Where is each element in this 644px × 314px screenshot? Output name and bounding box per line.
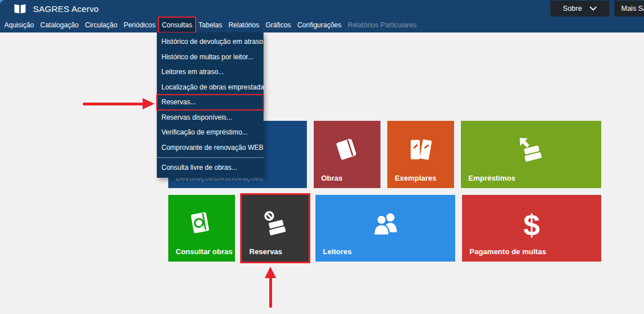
- tile-label: Empréstimos: [468, 174, 515, 182]
- dropdown-separator: [157, 157, 264, 158]
- menu-item-consultas[interactable]: Consultas: [159, 17, 195, 32]
- dollar-icon: $: [524, 210, 540, 239]
- dropdown-item-comprovante-renovacao[interactable]: Comprovante de renovação WEB...: [157, 140, 264, 156]
- tile-label: Pagamento de multas: [469, 247, 546, 256]
- menubar: Aquisição Catalogação Circulação Periódi…: [0, 17, 644, 32]
- tile-label: Reservas: [249, 247, 282, 256]
- tile-label: Leitores: [323, 247, 352, 256]
- app-window: SAGRES Acervo Sobre Mais SAG Aquisição C…: [0, 0, 644, 314]
- tile-emprestimos[interactable]: Empréstimos: [461, 121, 601, 188]
- dropdown-item-historico-devolucao[interactable]: Histórico de devolução em atraso...: [157, 34, 264, 50]
- menu-item-graficos[interactable]: Gráficos: [262, 17, 294, 32]
- tile-consultar-obras[interactable]: Consultar obras: [168, 195, 235, 262]
- menu-item-catalogacao[interactable]: Catalogação: [37, 17, 82, 32]
- book-blocked-icon: [260, 208, 291, 241]
- sobre-label: Sobre: [563, 5, 582, 13]
- menu-item-tabelas[interactable]: Tabelas: [196, 17, 225, 32]
- annotation-arrow-right: [83, 98, 155, 110]
- dropdown-item-reservas[interactable]: Reservas...: [157, 95, 264, 110]
- books-icon: [407, 136, 435, 166]
- tile-exemplares[interactable]: Exemplares: [387, 121, 454, 188]
- tile-label: Obras: [321, 174, 343, 182]
- tile-reservas[interactable]: Reservas: [242, 195, 309, 262]
- mais-label: Mais SAG: [621, 5, 644, 13]
- titlebar: SAGRES Acervo Sobre Mais SAG: [0, 0, 644, 17]
- menu-item-configuracoes[interactable]: Configurações: [294, 17, 345, 32]
- tile-pagamento-multas[interactable]: $ Pagamento de multas: [462, 195, 601, 262]
- menu-item-relatorios[interactable]: Relatórios: [225, 17, 262, 32]
- mais-sagres-button[interactable]: Mais SAG: [614, 1, 644, 17]
- book-return-icon: [515, 133, 547, 168]
- menu-item-circulacao[interactable]: Circulação: [82, 17, 120, 32]
- tile-label: Exemplares: [395, 174, 436, 182]
- page-title: SAGRES Acervo: [33, 4, 99, 14]
- dropdown-item-localizacao-obras[interactable]: Localização de obras emprestadas...: [157, 80, 264, 95]
- menu-item-relatorios-particulares: Relatórios Particulares: [345, 17, 420, 32]
- book-icon: [333, 134, 362, 166]
- tile-leitores[interactable]: Leitores: [315, 195, 455, 262]
- open-book-logo-icon: [14, 3, 26, 14]
- dropdown-item-verificacao-emprestimo[interactable]: Verificação de empréstimo...: [157, 125, 264, 140]
- chevron-down-icon: [590, 5, 597, 13]
- menu-item-aquisicao[interactable]: Aquisição: [1, 17, 37, 32]
- tile-label: Consultar obras: [176, 247, 233, 256]
- readers-icon: [370, 211, 402, 239]
- consultas-dropdown-menu: Histórico de devolução em atraso... Hist…: [157, 32, 264, 178]
- dropdown-item-historico-multas[interactable]: Histórico de multas por leitor...: [157, 50, 264, 65]
- dropdown-item-leitores-atraso[interactable]: Leitores em atraso...: [157, 64, 264, 80]
- sobre-button[interactable]: Sobre: [550, 1, 609, 17]
- tile-obras[interactable]: Obras: [314, 121, 380, 188]
- menu-item-periodicos[interactable]: Periódicos: [120, 17, 159, 32]
- dropdown-item-reservas-disponiveis[interactable]: Reservas disponíveis...: [157, 110, 264, 125]
- book-search-icon: [187, 209, 217, 240]
- dropdown-item-consulta-livre[interactable]: Consulta livre de obras...: [157, 160, 264, 176]
- annotation-arrow-up: [265, 267, 277, 309]
